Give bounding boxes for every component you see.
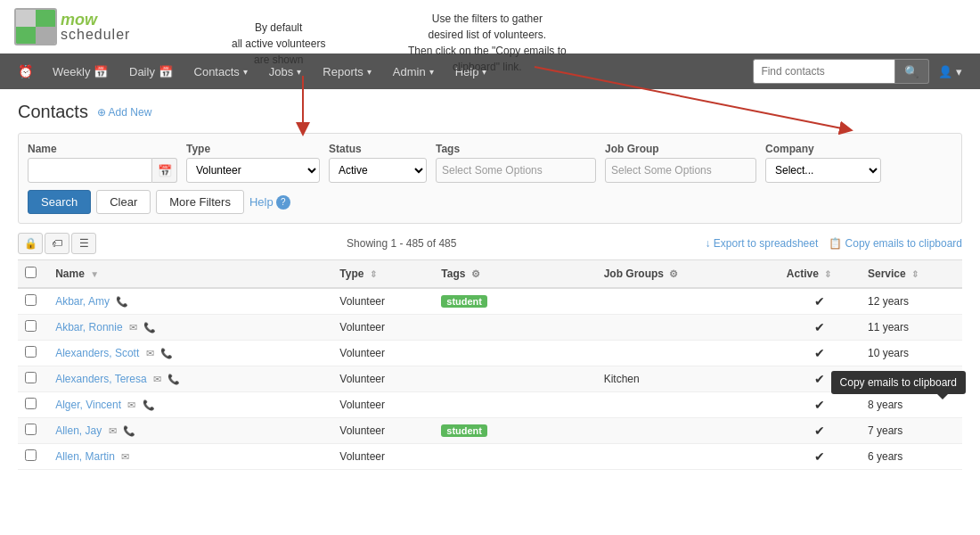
nav-reports[interactable]: Reports ▾ (312, 54, 382, 89)
type-sort-icon[interactable]: ⇕ (370, 269, 377, 279)
filter-status-select[interactable]: Active Inactive All (329, 158, 427, 183)
th-active: Active ⇕ (780, 260, 861, 289)
table-row: Alger, Vincent ✉ 📞Volunteer✔8 years (18, 392, 962, 418)
nav-admin[interactable]: Admin ▾ (382, 54, 445, 89)
row-checkbox[interactable] (25, 294, 37, 306)
export-spreadsheet-link[interactable]: ↓ Export to spreadsheet (706, 237, 819, 250)
contact-name-link[interactable]: Allen, Martin (55, 450, 115, 463)
cell-job-groups (597, 315, 780, 341)
help-label: Help (249, 195, 274, 209)
logo: mow scheduler (14, 8, 130, 45)
nav-user-menu[interactable]: 👤 ▾ (929, 65, 971, 78)
jobgroups-gear-icon[interactable]: ⚙ (669, 268, 678, 279)
phone-icon: 📞 (160, 348, 173, 358)
filter-tags-placeholder: Select Some Options (442, 164, 543, 177)
filter-company-label: Company (765, 143, 881, 155)
filter-tags-label: Tags (436, 143, 596, 155)
contact-name-link[interactable]: Alexanders, Scott (55, 347, 139, 359)
row-checkbox[interactable] (25, 424, 37, 435)
tags-gear-icon[interactable]: ⚙ (471, 268, 480, 279)
cell-service: 12 years (861, 288, 962, 315)
cell-service: 6 years (861, 444, 962, 470)
help-button[interactable]: Help ? (249, 195, 290, 210)
nav-search-input[interactable] (753, 59, 895, 84)
filter-name-label: Name (28, 143, 177, 155)
cell-tags (434, 444, 596, 470)
cell-type: Volunteer (332, 366, 434, 392)
cell-tags: student (434, 418, 596, 444)
filter-status-group: Status Active Inactive All (329, 143, 427, 183)
service-sort-icon[interactable]: ⇕ (911, 269, 919, 279)
cell-job-groups (597, 444, 780, 470)
cell-type: Volunteer (332, 341, 434, 366)
th-tags: Tags ⚙ (434, 260, 596, 289)
filter-tags-group: Tags Select Some Options (436, 143, 596, 183)
filter-jobgroup-select[interactable]: Select Some Options (605, 158, 756, 183)
active-checkmark: ✔ (814, 294, 825, 309)
active-checkmark: ✔ (814, 424, 825, 438)
toolbar-tag-btn[interactable]: 🏷 (45, 233, 69, 254)
navbar: ⏰ Weekly 📅 Daily 📅 Contacts ▾ Jobs ▾ Rep… (0, 54, 980, 89)
cell-job-groups (597, 288, 780, 315)
contact-name-link[interactable]: Akbar, Ronnie (55, 321, 122, 333)
more-filters-button[interactable]: More Filters (156, 190, 244, 214)
nav-weekly[interactable]: Weekly 📅 (42, 54, 118, 89)
filter-company-select[interactable]: Select... (765, 158, 881, 183)
filter-company-row: Select... (765, 158, 881, 183)
toolbar-lock-btn[interactable]: 🔒 (18, 233, 43, 254)
copy-emails-link[interactable]: 📋 Copy emails to clipboard (829, 237, 962, 250)
select-all-checkbox[interactable] (25, 267, 37, 278)
cell-type: Volunteer (332, 444, 434, 470)
toolbar-list-btn[interactable]: ☰ (71, 233, 96, 254)
name-sort-icon[interactable]: ▼ (90, 269, 99, 279)
filter-name-calendar-btn[interactable]: 📅 (152, 158, 177, 183)
filter-name-group: Name 📅 (28, 143, 177, 183)
row-checkbox[interactable] (25, 372, 37, 383)
filter-type-select[interactable]: Volunteer Client Staff (186, 158, 320, 183)
th-type: Type ⇕ (332, 260, 434, 289)
active-checkmark: ✔ (814, 346, 825, 360)
phone-icon: 📞 (143, 322, 156, 333)
tag-badge: student (441, 424, 487, 437)
filter-jobgroup-label: Job Group (605, 143, 756, 155)
main-content: Contacts ⊕ Add New Name 📅 Type Volu (0, 89, 980, 482)
nav-jobs[interactable]: Jobs ▾ (258, 54, 312, 89)
contact-name-link[interactable]: Akbar, Amy (55, 295, 110, 308)
email-icon: ✉ (153, 374, 161, 384)
filter-tags-select[interactable]: Select Some Options (436, 158, 596, 183)
cell-active: ✔ (780, 341, 861, 366)
nav-help[interactable]: Help ▾ (445, 54, 498, 89)
search-button[interactable]: Search (28, 190, 91, 214)
cell-type: Volunteer (332, 392, 434, 418)
filter-name-input[interactable] (28, 158, 152, 183)
row-checkbox[interactable] (25, 320, 37, 332)
phone-icon: 📞 (143, 399, 155, 410)
logo-bar: mow scheduler (0, 0, 980, 54)
help-icon: ? (276, 195, 290, 210)
table-row: Akbar, Ronnie ✉ 📞Volunteer✔11 years (18, 315, 962, 341)
cell-tags (434, 366, 596, 392)
contact-name-link[interactable]: Allen, Jay (55, 424, 102, 437)
contact-name-link[interactable]: Alexanders, Teresa (55, 373, 147, 385)
nav-search-button[interactable]: 🔍 (895, 59, 929, 84)
table-row: Alexanders, Teresa ✉ 📞VolunteerKitchen✔9… (18, 366, 962, 392)
nav-clock-icon[interactable]: ⏰ (9, 64, 42, 78)
filter-type-label: Type (186, 143, 320, 155)
row-checkbox[interactable] (25, 449, 37, 461)
row-checkbox[interactable] (25, 346, 37, 358)
tag-badge: student (441, 295, 487, 308)
cell-tags: student (434, 288, 596, 315)
active-sort-icon[interactable]: ⇕ (824, 269, 831, 279)
add-new-link[interactable]: ⊕ Add New (97, 106, 151, 119)
cell-active: ✔ (780, 288, 861, 315)
contact-name-link[interactable]: Alger, Vincent (55, 399, 121, 411)
nav-daily[interactable]: Daily 📅 (118, 54, 184, 89)
email-icon: ✉ (129, 322, 137, 333)
filter-jobgroup-placeholder: Select Some Options (611, 164, 712, 177)
row-checkbox[interactable] (25, 398, 37, 409)
email-icon: ✉ (121, 451, 129, 462)
active-checkmark: ✔ (814, 398, 825, 412)
nav-contacts[interactable]: Contacts ▾ (184, 54, 258, 89)
clear-button[interactable]: Clear (96, 190, 151, 214)
nav-search-area: 🔍 (753, 59, 929, 84)
